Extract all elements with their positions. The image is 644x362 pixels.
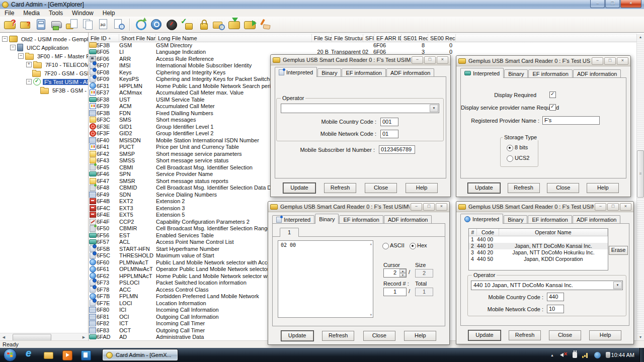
radio-8-bits[interactable] xyxy=(507,145,513,151)
menu-window[interactable]: Window xyxy=(67,9,98,17)
restore-button[interactable]: □ xyxy=(604,57,616,65)
operator-combobox[interactable]: 440 10 Japan, NTT DoCoMo Kansai Inc. ▼ xyxy=(471,281,623,290)
stepper-arrows[interactable]: ▲▼ xyxy=(399,269,406,277)
column-number[interactable]: # xyxy=(469,229,477,236)
update-button[interactable]: Update xyxy=(281,331,313,341)
tree-expander[interactable]: − xyxy=(10,45,16,50)
dialog-title-bar[interactable]: Gemplus USB Smart Card Reader 0 : F's Te… xyxy=(268,202,449,212)
ie-icon[interactable] xyxy=(24,349,35,360)
plmn-row[interactable]: 4440 50Japan, KDDI Corporation xyxy=(469,256,608,262)
tab-binary[interactable]: Binary xyxy=(315,214,339,224)
show-desktop-button[interactable] xyxy=(639,348,644,362)
file-search-icon[interactable] xyxy=(112,18,126,31)
lock-icon[interactable] xyxy=(196,18,210,31)
radio-ucs2[interactable] xyxy=(507,155,513,162)
menu-media[interactable]: Media xyxy=(19,9,44,17)
operator-combobox[interactable]: ▼ xyxy=(281,104,439,113)
record-tab-1[interactable]: 1 xyxy=(280,228,299,237)
radio-ascii[interactable] xyxy=(382,243,389,249)
tree-item[interactable]: −UICC Application xyxy=(0,43,88,52)
tab-adf-information[interactable]: ADF information xyxy=(386,68,434,77)
restore-button[interactable]: □ xyxy=(424,56,436,64)
close-button[interactable]: Close xyxy=(547,183,579,193)
scroll-right-button[interactable]: ▶ xyxy=(80,333,88,341)
minimize-button[interactable]: − xyxy=(412,56,423,64)
refresh-button[interactable]: Refresh xyxy=(509,330,541,340)
tree-item[interactable]: 7F20 - GSM - GSM Dir xyxy=(0,69,88,77)
display-required-checkbox[interactable] xyxy=(549,92,556,98)
tree-item[interactable]: −3F00 - MF - Master File xyxy=(0,52,88,60)
media-player-icon[interactable] xyxy=(61,349,72,360)
cursor-stepper[interactable]: 2 ▲▼ xyxy=(383,268,407,278)
scroll-left-button[interactable]: ◀ xyxy=(0,333,8,341)
explorer-icon[interactable] xyxy=(43,349,54,360)
folder-search-icon[interactable] xyxy=(212,18,225,31)
restore-button[interactable]: ❐ xyxy=(605,0,620,8)
scroll-up-icon[interactable]: ▲ xyxy=(370,242,372,245)
plmn-row[interactable]: 1440 00 xyxy=(469,236,608,243)
column-sfi[interactable]: SFI xyxy=(363,34,374,42)
close-button[interactable]: × xyxy=(620,0,641,8)
card-info-icon[interactable] xyxy=(19,18,32,31)
chevron-down-icon[interactable]: ▼ xyxy=(430,105,438,112)
refresh-button[interactable]: Refresh xyxy=(508,183,540,193)
card-cabinet-icon[interactable] xyxy=(34,18,48,31)
tab-binary[interactable]: Binary xyxy=(504,69,528,78)
minimize-button[interactable]: − xyxy=(590,0,605,8)
task-button-card-admin[interactable]: Card Admin - [GemX... xyxy=(102,349,178,361)
sim-file-icon[interactable] xyxy=(65,18,79,31)
column-file-id[interactable]: File ID▴ xyxy=(89,34,119,42)
tree-expander[interactable]: − xyxy=(2,36,8,42)
gauge-icon[interactable] xyxy=(165,18,179,31)
tree-item[interactable]: 5F3B - GSM - GSM xyxy=(0,86,88,95)
card-export-icon[interactable] xyxy=(243,18,257,31)
tab-interpreted[interactable]: Interpreted xyxy=(460,68,504,78)
column-code[interactable]: Code xyxy=(477,229,499,236)
update-button[interactable]: Update xyxy=(283,183,315,193)
volume-muted-icon[interactable] xyxy=(560,352,568,358)
tab-ef-information[interactable]: EF information xyxy=(528,69,573,78)
files-icon[interactable] xyxy=(81,18,95,31)
refresh-icon[interactable] xyxy=(134,18,147,31)
column-operator-name[interactable]: Operator Name xyxy=(499,229,608,236)
mnc-field[interactable]: 01 xyxy=(380,130,398,138)
card-import-icon[interactable] xyxy=(227,18,241,31)
menu-file[interactable]: File xyxy=(0,9,19,17)
close-button[interactable]: × xyxy=(617,57,628,65)
refresh-button[interactable]: Refresh xyxy=(324,183,356,193)
card-question-icon[interactable] xyxy=(3,18,17,31)
network-signal-icon[interactable] xyxy=(582,352,589,358)
list-vertical-scrollbar[interactable]: ▲ ≡ ▼ xyxy=(636,34,644,341)
device-tray-icon[interactable] xyxy=(606,352,610,358)
power-icon[interactable] xyxy=(149,18,163,31)
help-button[interactable]: Help xyxy=(587,183,619,193)
dialog-title-bar[interactable]: Gemplus USB Smart Card Reader 0 : F's Te… xyxy=(456,202,633,212)
minimize-button[interactable]: − xyxy=(411,203,422,211)
tab-binary[interactable]: Binary xyxy=(504,215,527,224)
minimize-button[interactable]: − xyxy=(592,57,603,65)
tab-adf-information[interactable]: ADF information xyxy=(573,69,621,78)
close-button[interactable]: Close xyxy=(549,330,581,340)
scrollbar-thumb[interactable] xyxy=(13,334,51,341)
tree-item[interactable]: +7F10 - TELECOM - Tel xyxy=(0,60,88,69)
close-button[interactable]: Close xyxy=(363,331,395,341)
tab-adf-information[interactable]: ADF information xyxy=(573,215,620,224)
power-plug-icon[interactable] xyxy=(573,352,577,358)
column-se00-rec[interactable]: SE00 Rec# xyxy=(428,34,456,42)
column-file-structure[interactable]: File Structure xyxy=(332,34,363,42)
tree-expander[interactable]: − xyxy=(18,53,24,59)
scroll-down-icon[interactable]: ▼ xyxy=(370,313,372,316)
plmn-row[interactable]: 3440 20Japan, NTT DoCoMo Hokuriku Inc. xyxy=(469,249,608,256)
start-button[interactable] xyxy=(4,348,17,361)
dialog-title-bar[interactable]: Gemplus USB Smart Card Reader 0 : F's Te… xyxy=(271,55,450,65)
tab-ef-information[interactable]: EF information xyxy=(528,215,572,224)
column-ef-arr-id[interactable]: EF ARR ID xyxy=(374,34,401,42)
globe-tray-icon[interactable] xyxy=(594,352,601,358)
tree-item[interactable]: −F's Test USIM - ADF U xyxy=(0,77,88,86)
record-number-field[interactable]: 1 xyxy=(383,288,407,296)
stepper-down-icon[interactable]: ▼ xyxy=(399,273,406,277)
restore-button[interactable]: □ xyxy=(423,203,435,211)
menu-tools[interactable]: Tools xyxy=(44,9,67,17)
lock-check-icon[interactable] xyxy=(181,18,194,31)
column-file-size[interactable]: File Size xyxy=(312,34,332,42)
